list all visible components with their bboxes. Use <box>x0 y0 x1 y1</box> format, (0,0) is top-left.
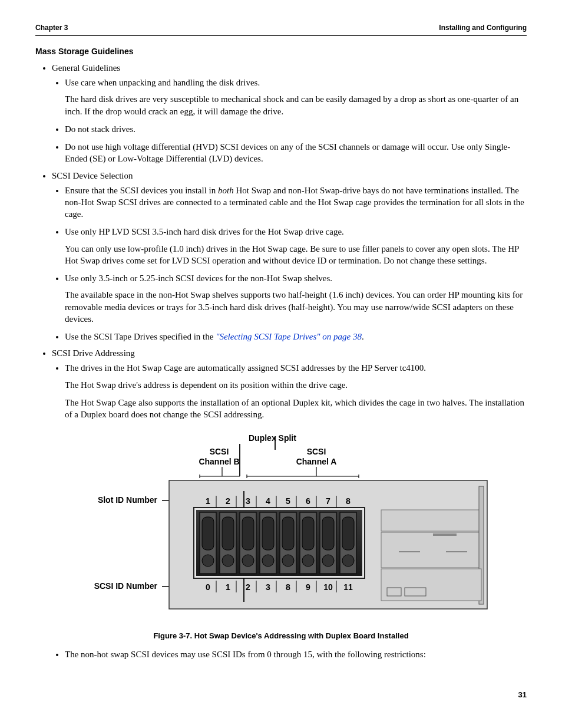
figure-diagram: Duplex Split SCSI Channel B SCSI Channel… <box>35 432 527 617</box>
svg-rect-19 <box>381 510 481 531</box>
page-number: 31 <box>35 690 527 699</box>
header-left: Chapter 3 <box>35 24 68 32</box>
svg-text:Slot ID  Number: Slot ID Number <box>98 495 158 505</box>
svg-rect-31 <box>222 517 234 550</box>
paragraph: The available space in the non-Hot Swap … <box>65 289 527 325</box>
svg-point-29 <box>202 555 214 566</box>
list-item: Do not use high voltage differential (HV… <box>65 141 527 165</box>
paragraph: The hard disk drives are very susceptibl… <box>65 93 527 117</box>
svg-text:9: 9 <box>306 582 310 592</box>
header-rule <box>35 35 527 36</box>
svg-text:SCSI: SCSI <box>210 447 229 456</box>
svg-point-50 <box>342 555 354 566</box>
svg-text:6: 6 <box>306 496 310 506</box>
svg-text:3: 3 <box>266 582 270 592</box>
svg-rect-49 <box>342 517 354 550</box>
subheading: General Guidelines <box>52 63 120 73</box>
svg-text:1: 1 <box>206 496 210 506</box>
svg-text:SCSI: SCSI <box>307 447 326 456</box>
svg-text:8: 8 <box>286 582 290 592</box>
svg-rect-28 <box>202 517 214 550</box>
svg-rect-21 <box>433 533 457 536</box>
svg-point-35 <box>242 555 254 566</box>
content-list: General Guidelines Use care when unpacki… <box>52 63 527 420</box>
svg-point-47 <box>322 555 334 566</box>
section-title: Mass Storage Guidelines <box>35 47 527 56</box>
svg-rect-23 <box>399 551 420 552</box>
svg-rect-46 <box>322 517 334 550</box>
svg-text:11: 11 <box>343 582 353 592</box>
list-item: SCSI Device Selection Ensure that the SC… <box>52 171 527 343</box>
svg-rect-37 <box>262 517 274 550</box>
svg-point-38 <box>262 555 274 566</box>
list-item: Use only 3.5-inch or 5.25-inch SCSI devi… <box>65 272 527 325</box>
svg-rect-20 <box>381 532 481 568</box>
cross-reference-link[interactable]: "Selecting SCSI Tape Drives" on page 38 <box>216 332 362 341</box>
subheading: SCSI Device Selection <box>52 171 133 180</box>
svg-text:Channel A: Channel A <box>296 457 337 466</box>
svg-text:SCSI ID Number: SCSI ID Number <box>94 581 158 591</box>
hotswap-diagram-svg: Duplex Split SCSI Channel B SCSI Channel… <box>69 432 493 615</box>
list-item: The drives in the Hot Swap Cage are auto… <box>65 362 527 420</box>
svg-text:5: 5 <box>286 496 290 506</box>
paragraph: The Hot Swap drive's address is dependen… <box>65 379 527 391</box>
svg-text:1: 1 <box>226 582 230 592</box>
svg-text:Duplex Split: Duplex Split <box>249 433 296 443</box>
paragraph: You can only use low-profile (1.0 inch) … <box>65 243 527 267</box>
svg-text:Channel B: Channel B <box>199 457 239 466</box>
svg-text:8: 8 <box>346 496 351 506</box>
svg-rect-22 <box>446 551 467 552</box>
list-item: SCSI Drive Addressing The drives in the … <box>52 348 527 420</box>
svg-text:2: 2 <box>246 582 250 592</box>
svg-point-32 <box>222 555 234 566</box>
list-item: Use only HP LVD SCSI 3.5-inch hard disk … <box>65 226 527 266</box>
list-item: The non-hot swap SCSI devices may use SC… <box>65 648 527 660</box>
list-item: Use the SCSI Tape Drives specified in th… <box>65 331 527 342</box>
paragraph: The Hot Swap Cage also supports the inst… <box>65 397 527 421</box>
svg-text:7: 7 <box>326 496 330 506</box>
subheading: SCSI Drive Addressing <box>52 348 135 358</box>
svg-text:10: 10 <box>323 582 333 592</box>
svg-text:2: 2 <box>226 496 230 506</box>
list-item: Do not stack drives. <box>65 123 527 135</box>
running-header: Chapter 3 Installing and Configuring <box>35 24 527 32</box>
list-item: General Guidelines Use care when unpacki… <box>52 63 527 165</box>
svg-text:0: 0 <box>206 582 210 592</box>
svg-text:3: 3 <box>246 496 250 506</box>
list-item: Use care when unpacking and handling the… <box>65 77 527 117</box>
header-right: Installing and Configuring <box>439 24 527 32</box>
svg-text:4: 4 <box>266 496 270 506</box>
svg-point-44 <box>302 555 314 566</box>
list-item: Ensure that the SCSI devices you install… <box>65 185 527 220</box>
svg-rect-34 <box>242 517 254 550</box>
svg-rect-43 <box>302 517 314 550</box>
svg-point-41 <box>282 555 294 566</box>
figure-caption: Figure 3-7. Hot Swap Device's Addressing… <box>35 631 527 640</box>
svg-rect-40 <box>282 517 294 550</box>
